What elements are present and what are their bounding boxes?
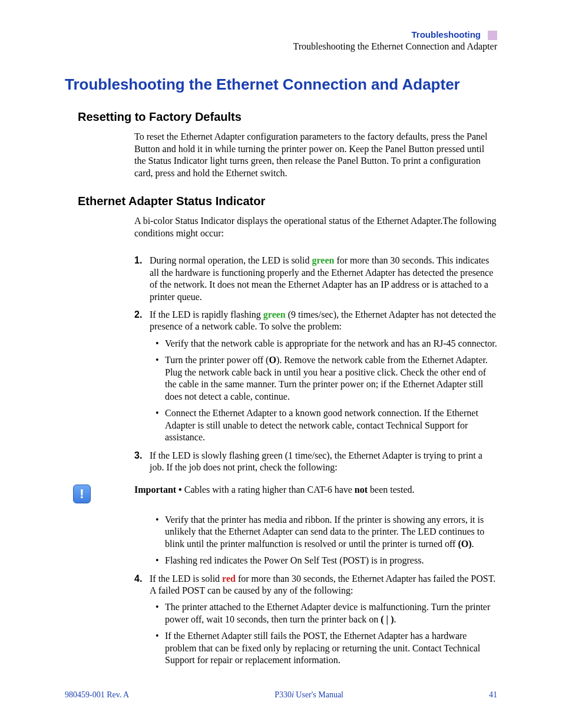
list-marker: 1. bbox=[134, 255, 142, 266]
document-page: Troubleshooting Troubleshooting the Ethe… bbox=[0, 0, 562, 728]
text-fragment: been tested. bbox=[368, 485, 415, 495]
exclamation-icon: ! bbox=[80, 486, 84, 502]
important-note: ! Important • Cables with a rating highe… bbox=[65, 485, 497, 503]
list-marker: 2. bbox=[134, 309, 142, 321]
status-item-3: 3. If the LED is slowly flashing green (… bbox=[134, 450, 497, 474]
bullet-item: The printer attached to the Ethernet Ada… bbox=[150, 601, 497, 625]
symbol-o: O bbox=[269, 355, 276, 365]
status-list: 1. During normal operation, the LED is s… bbox=[134, 255, 497, 474]
text-fragment: If the LED is solid bbox=[150, 574, 222, 584]
text-fragment: If the LED is rapidly flashing bbox=[150, 309, 263, 319]
page-footer: 980459-001 Rev. A P330i User's Manual 41 bbox=[65, 690, 497, 700]
important-label: Important • bbox=[134, 485, 182, 495]
section-intro-status: A bi-color Status Indicator displays the… bbox=[134, 215, 497, 239]
header-accent-bar bbox=[488, 31, 497, 40]
text-fragment: During normal operation, the LED is soli… bbox=[150, 255, 312, 265]
footer-left: 980459-001 Rev. A bbox=[65, 690, 129, 700]
list-marker: 4. bbox=[134, 573, 142, 585]
footer-page-number: 41 bbox=[489, 690, 497, 700]
symbol-o-paren: (O) bbox=[458, 539, 471, 549]
symbol-pipe: ( | ) bbox=[381, 614, 394, 624]
status-item-2: 2. If the LED is rapidly flashing green … bbox=[134, 309, 497, 444]
text-fragment: Cables with a rating higher than CAT-6 h… bbox=[182, 485, 355, 495]
color-word-green: green bbox=[263, 309, 286, 319]
page-title: Troubleshooting the Ethernet Connection … bbox=[65, 75, 497, 94]
sub-bullets: Verify that the printer has media and ri… bbox=[150, 514, 497, 567]
important-bold: not bbox=[355, 485, 368, 495]
bullet-item: If the Ethernet Adapter still fails the … bbox=[150, 630, 497, 666]
list-marker: 3. bbox=[134, 450, 142, 462]
color-word-green: green bbox=[312, 255, 335, 265]
footer-center-suffix: User's Manual bbox=[294, 690, 343, 699]
header-category: Troubleshooting bbox=[412, 29, 481, 39]
important-text: Important • Cables with a rating higher … bbox=[134, 485, 415, 495]
header-subtitle: Troubleshooting the Ethernet Connection … bbox=[65, 41, 497, 52]
section-heading-reset: Resetting to Factory Defaults bbox=[78, 110, 497, 124]
section-body-reset: To reset the Ethernet Adapter configurat… bbox=[134, 131, 497, 179]
bullet-item: Verify that the network cable is appropr… bbox=[150, 338, 497, 350]
sub-bullets: The printer attached to the Ethernet Ada… bbox=[150, 601, 497, 666]
important-icon: ! bbox=[73, 485, 91, 503]
status-list-continued: Verify that the printer has media and ri… bbox=[134, 514, 497, 667]
color-word-red: red bbox=[222, 574, 236, 584]
bullet-item: Turn the printer power off (O). Remove t… bbox=[150, 354, 497, 403]
section-heading-status: Ethernet Adapter Status Indicator bbox=[78, 195, 497, 208]
sub-bullets: Verify that the network cable is appropr… bbox=[150, 338, 497, 444]
footer-center: P330i User's Manual bbox=[275, 690, 343, 700]
page-header: Troubleshooting Troubleshooting the Ethe… bbox=[65, 29, 497, 52]
bullet-item: Connect the Ethernet Adapter to a known … bbox=[150, 407, 497, 443]
status-item-1: 1. During normal operation, the LED is s… bbox=[134, 255, 497, 303]
footer-center-prefix: P330 bbox=[275, 690, 292, 699]
bullet-item: Flashing red indicates the Power On Self… bbox=[150, 555, 497, 566]
text-fragment: If the LED is slowly flashing green (1 t… bbox=[150, 450, 482, 472]
continuation-block: Verify that the printer has media and ri… bbox=[134, 514, 497, 567]
status-item-4: 4. If the LED is solid red for more than… bbox=[134, 573, 497, 667]
bullet-item: Verify that the printer has media and ri… bbox=[150, 514, 497, 550]
